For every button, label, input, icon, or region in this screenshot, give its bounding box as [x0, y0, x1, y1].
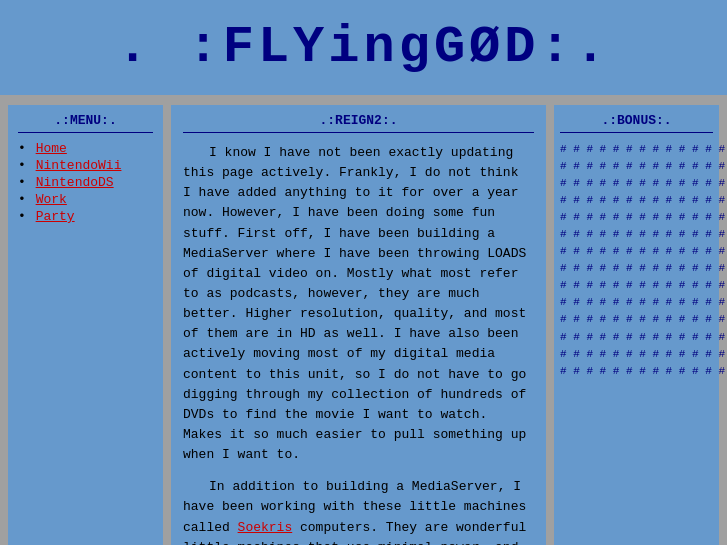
center-title: .:REIGN2:.	[183, 113, 534, 128]
bonus-title: .:BONUS:.	[560, 113, 713, 128]
main-layout: .:MENU:. Home NintendoWii NintendoDS Wor…	[0, 105, 727, 545]
nav-item-party: Party	[18, 209, 153, 224]
sidebar: .:MENU:. Home NintendoWii NintendoDS Wor…	[8, 105, 163, 545]
site-title: . :FLYingGØD:.	[10, 18, 717, 77]
nav-item-nintendods: NintendoDS	[18, 175, 153, 190]
nav-link-work[interactable]: Work	[36, 192, 67, 207]
nav-link-nintendowii[interactable]: NintendoWii	[36, 158, 122, 173]
center-divider	[183, 132, 534, 133]
site-header: . :FLYingGØD:.	[0, 0, 727, 95]
center-paragraph-1: I know I have not been exactly updating …	[183, 143, 534, 465]
sidebar-divider	[18, 132, 153, 133]
nav-link-home[interactable]: Home	[36, 141, 67, 156]
nav-link-party[interactable]: Party	[36, 209, 75, 224]
bonus-panel: .:BONUS:. # # # # # # # # # # # # # # # …	[554, 105, 719, 545]
bonus-divider	[560, 132, 713, 133]
soekris-link[interactable]: Soekris	[238, 520, 293, 535]
nav-link-nintendods[interactable]: NintendoDS	[36, 175, 114, 190]
center-panel: .:REIGN2:. I know I have not been exactl…	[171, 105, 546, 545]
hash-grid: # # # # # # # # # # # # # # # # # # # # …	[560, 141, 713, 380]
nav-item-nintendowii: NintendoWii	[18, 158, 153, 173]
nav-item-home: Home	[18, 141, 153, 156]
nav-item-work: Work	[18, 192, 153, 207]
center-paragraph-2: In addition to building a MediaServer, I…	[183, 477, 534, 545]
sidebar-title: .:MENU:.	[18, 113, 153, 128]
nav-menu: Home NintendoWii NintendoDS Work Party	[18, 141, 153, 224]
